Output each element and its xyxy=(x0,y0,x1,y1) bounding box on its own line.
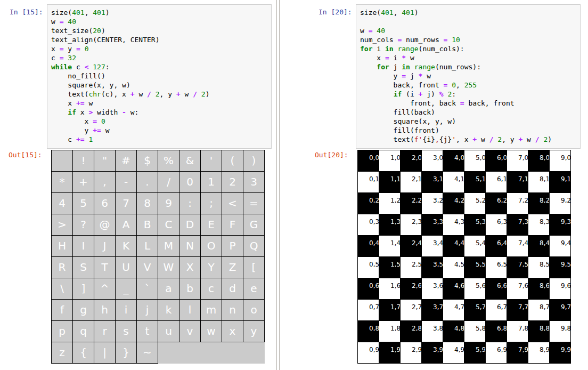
board-cell-label: 2,1 xyxy=(412,176,422,183)
board-cell: 5,6 xyxy=(464,278,486,300)
board-cell-label: 6,9 xyxy=(497,347,507,353)
ascii-cell: = xyxy=(243,192,265,214)
board-cell-label: 3,8 xyxy=(433,325,443,332)
code-cell-right[interactable]: size(401, 401) w = 40num_cols = num_rows… xyxy=(356,4,581,149)
board-cell: 3,9 xyxy=(421,342,443,364)
board-cell: 1,9 xyxy=(379,342,401,364)
ascii-cell: M xyxy=(158,235,179,257)
ascii-cell: e xyxy=(243,278,265,300)
board-cell: 1,0 xyxy=(379,150,401,172)
code-line: text(f'{i},{j}', x + w / 2, y + w / 2) xyxy=(360,135,576,144)
board-cell-label: 5,4 xyxy=(476,240,486,247)
board-cell-label: 4,9 xyxy=(454,347,464,353)
board-cell-label: 7,0 xyxy=(518,155,528,162)
board-cell-label: 4,4 xyxy=(454,240,464,247)
ascii-cell: s xyxy=(115,320,137,342)
board-cell: 2,8 xyxy=(400,320,422,342)
ascii-cell: Z xyxy=(222,256,243,278)
ascii-cell: r xyxy=(94,320,116,342)
board-cell-label: 0,7 xyxy=(369,304,379,311)
ascii-cell: o xyxy=(243,299,265,321)
ascii-cell: B xyxy=(136,214,158,236)
code-line: square(x, y, w) xyxy=(51,81,267,90)
board-cell: 7,2 xyxy=(507,192,528,214)
ascii-cell: C xyxy=(158,214,179,236)
board-cell-label: 5,0 xyxy=(476,155,486,162)
code-line: for i in range(num_cols): xyxy=(360,44,576,53)
board-cell-label: 5,7 xyxy=(476,304,486,311)
ascii-cell: a xyxy=(158,278,179,300)
code-line: c = 32 xyxy=(51,53,267,62)
ascii-cell: \ xyxy=(51,278,73,300)
ascii-cell: n xyxy=(222,299,243,321)
ascii-cell: @ xyxy=(94,214,116,236)
board-cell-label: 8,5 xyxy=(540,261,550,268)
board-cell: 7,3 xyxy=(507,214,528,236)
code-line: x = y = 0 xyxy=(51,44,267,53)
board-cell-label: 0,2 xyxy=(369,197,379,204)
code-line: w = 40 xyxy=(51,17,267,26)
ascii-cell: K xyxy=(115,235,137,257)
ascii-cell: " xyxy=(94,150,116,172)
ascii-cell: O xyxy=(200,235,222,257)
board-cell-label: 1,1 xyxy=(390,176,401,183)
board-cell: 7,8 xyxy=(507,320,528,342)
board-cell-label: 0,6 xyxy=(369,283,379,289)
board-cell: 3,6 xyxy=(421,278,443,300)
board-cell: 7,9 xyxy=(507,342,528,364)
board-cell-label: 8,9 xyxy=(540,347,550,353)
code-cell-left[interactable]: size(401, 401)w = 40text_size(20)text_al… xyxy=(47,4,272,149)
board-cell: 5,4 xyxy=(464,235,486,257)
board-cell-label: 3,4 xyxy=(433,240,443,247)
board-cell: 2,0 xyxy=(400,150,422,172)
ascii-cell: : xyxy=(179,192,201,214)
board-cell-label: 9,1 xyxy=(561,176,571,183)
board-cell: 2,6 xyxy=(400,278,422,300)
board-cell-label: 5,6 xyxy=(476,283,486,289)
board-cell: 5,5 xyxy=(464,256,486,278)
ascii-cell: i xyxy=(115,299,137,321)
pane-divider-right xyxy=(279,0,280,370)
board-cell: 3,0 xyxy=(421,150,443,172)
ascii-cell: k xyxy=(158,299,179,321)
board-cell-label: 0,1 xyxy=(369,176,379,183)
board-cell-label: 0,3 xyxy=(369,219,379,226)
board-cell-label: 6,2 xyxy=(497,197,507,204)
ascii-cell: ` xyxy=(136,278,158,300)
code-line: size(401, 401) xyxy=(51,8,267,17)
code-line: back, front = 0, 255 xyxy=(360,81,576,90)
board-cell-label: 5,2 xyxy=(476,197,486,204)
board-cell: 0,0 xyxy=(357,150,379,172)
board-cell: 7,7 xyxy=(507,299,528,321)
board-cell-label: 3,7 xyxy=(433,304,443,311)
ascii-cell: > xyxy=(51,214,73,236)
board-cell: 4,4 xyxy=(443,235,464,257)
board-cell: 8,4 xyxy=(528,235,550,257)
ascii-cell: # xyxy=(115,150,137,172)
board-cell: 2,9 xyxy=(400,342,422,364)
ascii-cell: A xyxy=(115,214,137,236)
board-cell-label: 7,6 xyxy=(518,283,528,289)
code-line: if (i + j) % 2: xyxy=(360,90,576,99)
ascii-cell: w xyxy=(200,320,222,342)
board-cell-label: 7,7 xyxy=(518,304,528,311)
ascii-cell: 3 xyxy=(243,171,265,193)
board-cell: 5,8 xyxy=(464,320,486,342)
board-cell: 4,5 xyxy=(443,256,464,278)
board-cell-label: 9,4 xyxy=(561,240,571,247)
code-line: front, back = back, front xyxy=(360,99,576,108)
board-cell-label: 6,4 xyxy=(497,240,507,247)
board-cell-label: 2,5 xyxy=(412,261,422,268)
checkerboard: 0,01,02,03,04,05,06,07,08,09,00,11,12,13… xyxy=(357,150,571,364)
board-cell-label: 9,0 xyxy=(561,155,571,162)
ascii-cell: v xyxy=(179,320,201,342)
code-line: num_cols = num_rows = 10 xyxy=(360,35,576,44)
ascii-cell: ( xyxy=(222,150,243,172)
board-cell: 0,6 xyxy=(357,278,379,300)
code-line: y += w xyxy=(51,126,267,135)
board-cell-label: 1,0 xyxy=(390,155,401,162)
board-cell-label: 2,6 xyxy=(412,283,422,289)
board-cell: 7,4 xyxy=(507,235,528,257)
board-cell-label: 9,2 xyxy=(561,197,571,204)
code-line: if x > width - w: xyxy=(51,108,267,117)
